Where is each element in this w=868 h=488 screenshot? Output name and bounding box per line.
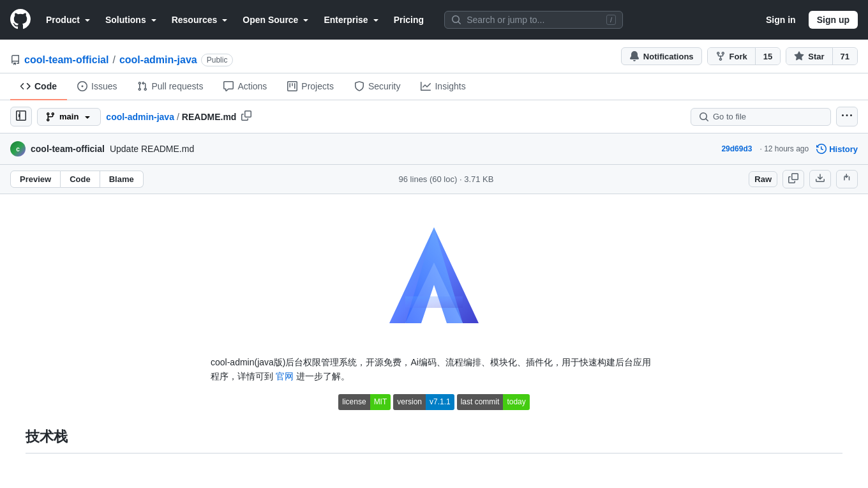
repo-owner-link[interactable]: cool-team-official — [24, 54, 108, 66]
nav-pricing-label: Pricing — [394, 15, 424, 25]
top-nav: Product Solutions Resources Open Source … — [0, 0, 868, 40]
jump-to-line-button[interactable] — [836, 170, 858, 188]
issues-tab-icon — [77, 81, 87, 91]
avatar: c — [10, 141, 26, 156]
fork-count-button[interactable]: 15 — [756, 49, 780, 65]
tab-issues-label: Issues — [91, 81, 117, 91]
history-button[interactable]: History — [816, 144, 858, 154]
more-options-button[interactable] — [836, 107, 858, 126]
copy-raw-button[interactable] — [782, 170, 804, 188]
branch-selector[interactable]: main — [37, 108, 101, 126]
tab-projects-label: Projects — [301, 81, 334, 91]
view-tabs: Preview Code Blame — [10, 171, 144, 188]
star-count: 71 — [841, 52, 849, 61]
breadcrumb-repo-link[interactable]: cool-admin-java — [106, 112, 174, 122]
repo-breadcrumb: cool-team-official / cool-admin-java Pub… — [10, 54, 233, 66]
fork-group: Fork 15 — [707, 47, 781, 65]
nav-right: Sign in Sign up — [761, 11, 858, 29]
chevron-down-icon — [82, 112, 93, 122]
download-icon — [815, 173, 825, 183]
github-logo[interactable] — [10, 9, 31, 31]
notifications-label: Notifications — [643, 52, 694, 61]
search-small-icon — [699, 112, 709, 122]
star-label: Star — [808, 52, 824, 61]
tab-insights-label: Insights — [435, 81, 465, 91]
nav-solutions[interactable]: Solutions — [100, 11, 164, 29]
raw-button[interactable]: Raw — [749, 171, 777, 187]
tab-code[interactable]: Code — [10, 73, 67, 100]
nav-resources-label: Resources — [172, 15, 218, 25]
copy-icon — [241, 111, 251, 121]
tab-projects[interactable]: Projects — [277, 73, 344, 100]
nav-resources[interactable]: Resources — [167, 11, 236, 29]
avatar-image: c — [10, 141, 26, 156]
commit-author[interactable]: cool-team-official — [31, 144, 105, 154]
security-tab-icon — [354, 81, 364, 91]
breadcrumb-current-file: README.md — [182, 112, 237, 122]
repo-actions: Notifications Fork 15 Star 71 — [621, 47, 858, 65]
search-box[interactable]: / — [444, 11, 623, 29]
svg-rect-2 — [405, 296, 463, 308]
history-icon — [816, 144, 827, 154]
signin-button[interactable]: Sign in — [761, 11, 801, 29]
nav-open-source-label: Open Source — [243, 15, 298, 25]
blame-tab[interactable]: Blame — [100, 171, 144, 188]
jump-to-line-icon — [842, 173, 852, 183]
visibility-badge: Public — [201, 54, 234, 66]
sidebar-toggle-button[interactable] — [10, 107, 32, 126]
readme-official-site-link[interactable]: 官网 — [276, 371, 294, 381]
nav-pricing[interactable]: Pricing — [389, 11, 429, 29]
commit-hash[interactable]: 29d69d3 — [721, 144, 752, 153]
sidebar-toggle-icon — [16, 111, 26, 121]
file-breadcrumb: cool-admin-java / README.md — [106, 109, 254, 124]
commit-left: c cool-team-official Update README.md — [10, 141, 194, 156]
repo-header: cool-team-official / cool-admin-java Pub… — [0, 40, 868, 73]
pr-tab-icon — [137, 81, 147, 91]
commit-right: 29d69d3 · 12 hours ago History — [721, 144, 858, 154]
tab-pull-requests[interactable]: Pull requests — [127, 73, 213, 100]
file-toolbar: Preview Code Blame 96 lines (60 loc) · 3… — [0, 165, 868, 194]
star-button[interactable]: Star — [786, 48, 832, 65]
star-group: Star 71 — [786, 47, 858, 65]
file-meta: 96 lines (60 loc) · 3.71 KB — [399, 174, 494, 184]
notifications-button[interactable]: Notifications — [621, 47, 702, 65]
tab-issues[interactable]: Issues — [67, 73, 127, 100]
code-tab[interactable]: Code — [61, 171, 100, 188]
search-shortcut: / — [606, 15, 616, 25]
fork-icon — [715, 51, 726, 61]
fork-label: Fork — [730, 52, 747, 61]
insights-tab-icon — [421, 81, 431, 91]
actions-tab-icon — [223, 81, 234, 91]
projects-tab-icon — [287, 81, 297, 91]
readme-description: cool-admin(java版)后台权限管理系统，开源免费，Ai编码、流程编排… — [211, 355, 657, 384]
code-tab-icon — [20, 81, 31, 91]
go-to-file-button[interactable]: Go to file — [691, 108, 831, 126]
readme-content: cool-admin(java版)后台权限管理系统，开源免费，Ai编码、流程编排… — [0, 194, 868, 484]
nav-enterprise[interactable]: Enterprise — [318, 11, 385, 29]
download-button[interactable] — [809, 170, 831, 188]
repo-name-link[interactable]: cool-admin-java — [119, 54, 197, 66]
star-icon — [794, 51, 804, 61]
fork-count: 15 — [763, 52, 772, 61]
star-count-button[interactable]: 71 — [833, 49, 857, 65]
more-options-icon — [842, 111, 852, 121]
tab-actions-label: Actions — [237, 81, 267, 91]
go-to-file-label: Go to file — [713, 112, 746, 121]
signup-button[interactable]: Sign up — [809, 11, 858, 29]
preview-tab[interactable]: Preview — [10, 171, 61, 188]
tab-insights[interactable]: Insights — [410, 73, 475, 100]
tab-actions[interactable]: Actions — [213, 73, 277, 100]
search-input[interactable] — [467, 15, 601, 25]
search-icon — [451, 15, 461, 25]
commit-message: Update README.md — [110, 144, 194, 154]
copy-raw-icon — [788, 173, 798, 183]
logo-container — [26, 215, 842, 342]
nav-open-source[interactable]: Open Source — [237, 11, 316, 29]
tab-security-label: Security — [368, 81, 401, 91]
branch-icon — [45, 112, 56, 122]
nav-product-label: Product — [46, 15, 80, 25]
tab-security[interactable]: Security — [344, 73, 411, 100]
fork-button[interactable]: Fork — [708, 48, 756, 65]
copy-path-button[interactable] — [239, 109, 254, 124]
nav-product[interactable]: Product — [41, 11, 98, 29]
